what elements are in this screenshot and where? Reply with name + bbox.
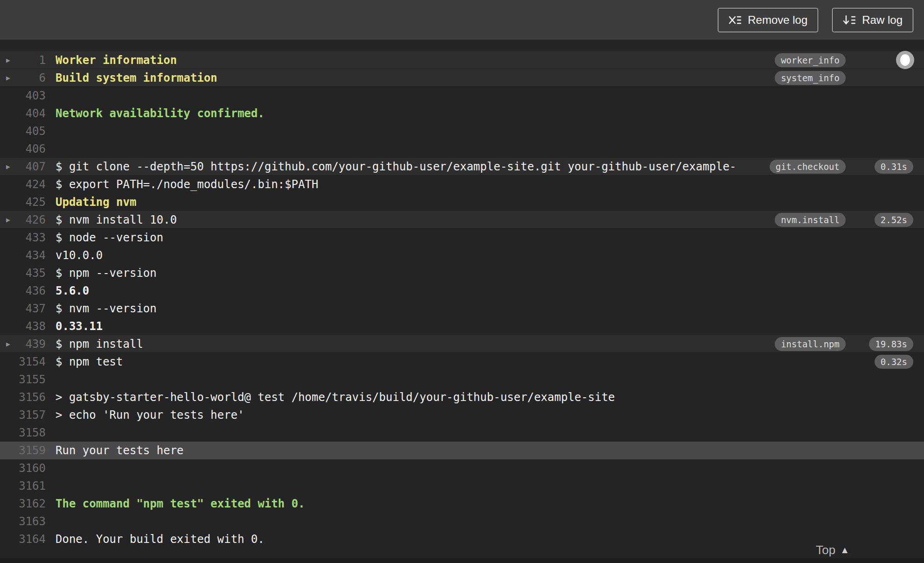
line-number[interactable]: 3164 <box>17 530 46 548</box>
log-row: 3157> echo 'Run your tests here' <box>0 406 924 424</box>
log-row: 403 <box>0 87 924 105</box>
line-number[interactable]: 438 <box>17 317 46 335</box>
log-text: $ npm --version <box>56 264 924 282</box>
log-rows: ▶1Worker informationworker_info▶6Build s… <box>0 51 924 548</box>
fold-name-badge: install.npm <box>775 337 846 351</box>
log-text: 0.33.11 <box>56 317 924 335</box>
line-number[interactable]: 405 <box>17 122 46 140</box>
log-toolbar: Remove log Raw log <box>0 0 924 40</box>
log-text: v10.0.0 <box>56 246 924 264</box>
fold-name-badge: system_info <box>775 71 846 85</box>
duration-badge: 0.31s <box>875 160 913 174</box>
back-to-top-link[interactable]: Top ▲ <box>816 543 849 557</box>
log-row: 425Updating nvm <box>0 193 924 211</box>
remove-log-icon <box>729 14 742 26</box>
back-to-top-label: Top <box>816 543 835 557</box>
line-number[interactable]: 3162 <box>17 495 46 513</box>
fold-arrow-icon[interactable]: ▶ <box>0 69 17 87</box>
log-text: $ npm test <box>56 353 924 371</box>
line-number[interactable]: 433 <box>17 229 46 246</box>
log-row: 4380.33.11 <box>0 317 924 335</box>
log-text: > echo 'Run your tests here' <box>56 406 924 424</box>
log-row: 3160 <box>0 459 924 477</box>
log-row: 3155 <box>0 371 924 388</box>
line-number[interactable]: 439 <box>17 335 46 353</box>
log-text: > gatsby-starter-hello-world@ test /home… <box>56 388 924 406</box>
duration-badge: 0.32s <box>875 355 913 369</box>
line-number[interactable]: 3158 <box>17 424 46 442</box>
line-number[interactable]: 404 <box>17 105 46 122</box>
log-row: 434v10.0.0 <box>0 246 924 264</box>
line-number[interactable]: 436 <box>17 282 46 300</box>
line-number[interactable]: 407 <box>17 158 46 176</box>
log-row: 3163 <box>0 513 924 530</box>
line-number[interactable]: 424 <box>17 176 46 193</box>
log-row: 3164Done. Your build exited with 0. <box>0 530 924 548</box>
fold-name-badge: worker_info <box>775 53 846 67</box>
fold-arrow-icon[interactable]: ▶ <box>0 335 17 353</box>
log-text: 5.6.0 <box>56 282 924 300</box>
line-number[interactable]: 3154 <box>17 353 46 371</box>
line-number[interactable]: 3156 <box>17 388 46 406</box>
line-number[interactable]: 406 <box>17 140 46 158</box>
raw-log-icon <box>843 14 856 26</box>
log-row: 3162The command "npm test" exited with 0… <box>0 495 924 513</box>
fold-arrow-icon[interactable]: ▶ <box>0 211 17 229</box>
line-number[interactable]: 425 <box>17 193 46 211</box>
log-row: 433$ node --version <box>0 229 924 246</box>
log-row: 3159Run your tests here <box>0 442 924 459</box>
log-viewer: ▶1Worker informationworker_info▶6Build s… <box>0 40 924 563</box>
duration-badge: 19.83s <box>869 337 913 351</box>
line-number[interactable]: 3157 <box>17 406 46 424</box>
line-number[interactable]: 434 <box>17 246 46 264</box>
line-number[interactable]: 6 <box>17 69 46 87</box>
remove-log-label: Remove log <box>748 14 807 27</box>
log-row: ▶1Worker informationworker_info <box>0 51 924 69</box>
log-row: ▶439$ npm installinstall.npm19.83s <box>0 335 924 353</box>
line-number[interactable]: 437 <box>17 300 46 317</box>
log-row: 3158 <box>0 424 924 442</box>
log-row: 437$ nvm --version <box>0 300 924 317</box>
log-row: 3156> gatsby-starter-hello-world@ test /… <box>0 388 924 406</box>
log-row: ▶426$ nvm install 10.0nvm.install2.52s <box>0 211 924 229</box>
line-number[interactable]: 3160 <box>17 459 46 477</box>
log-row: 405 <box>0 122 924 140</box>
line-number[interactable]: 435 <box>17 264 46 282</box>
scroll-follow-button[interactable] <box>896 51 914 69</box>
log-text: $ nvm --version <box>56 300 924 317</box>
line-number[interactable]: 1 <box>17 51 46 69</box>
remove-log-button[interactable]: Remove log <box>718 8 818 32</box>
log-text: $ export PATH=./node_modules/.bin:$PATH <box>56 176 924 193</box>
log-text: Network availability confirmed. <box>56 105 924 122</box>
log-row: 4365.6.0 <box>0 282 924 300</box>
log-text: $ node --version <box>56 229 924 246</box>
log-row: 406 <box>0 140 924 158</box>
log-row: ▶6Build system informationsystem_info <box>0 69 924 87</box>
raw-log-button[interactable]: Raw log <box>832 8 913 32</box>
duration-badge: 2.52s <box>875 213 913 227</box>
log-row: ▶407$ git clone --depth=50 https://githu… <box>0 158 924 176</box>
fold-name-badge: nvm.install <box>775 213 846 227</box>
fold-arrow-icon[interactable]: ▶ <box>0 51 17 69</box>
line-number[interactable]: 3161 <box>17 477 46 495</box>
bottom-strip <box>0 558 924 563</box>
log-text: Updating nvm <box>56 193 924 211</box>
line-number[interactable]: 3159 <box>17 442 46 459</box>
log-row: 435$ npm --version <box>0 264 924 282</box>
triangle-up-icon: ▲ <box>840 545 849 556</box>
circle-dot-icon <box>900 54 910 66</box>
raw-log-label: Raw log <box>862 14 903 27</box>
travis-log-page: { "toolbar": { "remove_log_label": "Remo… <box>0 0 924 563</box>
line-number[interactable]: 3163 <box>17 513 46 530</box>
log-row: 3161 <box>0 477 924 495</box>
fold-arrow-icon[interactable]: ▶ <box>0 158 17 176</box>
log-text: The command "npm test" exited with 0. <box>56 495 924 513</box>
log-text: Done. Your build exited with 0. <box>56 530 924 548</box>
line-number[interactable]: 403 <box>17 87 46 105</box>
fold-name-badge: git.checkout <box>770 160 846 174</box>
log-text: Run your tests here <box>56 442 924 459</box>
log-row: 3154$ npm test0.32s <box>0 353 924 371</box>
log-row: 404Network availability confirmed. <box>0 105 924 122</box>
line-number[interactable]: 3155 <box>17 371 46 388</box>
line-number[interactable]: 426 <box>17 211 46 229</box>
